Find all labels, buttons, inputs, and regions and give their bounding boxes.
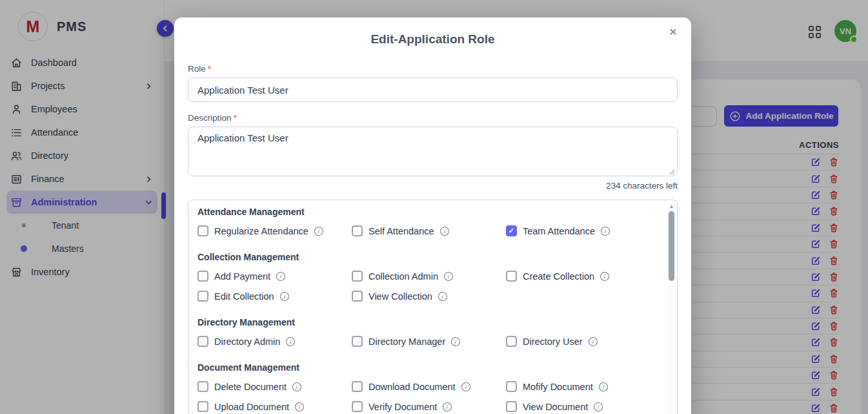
permission-item-directory-manager[interactable]: Directory Manager i xyxy=(352,336,506,347)
checkbox-icon[interactable] xyxy=(197,381,208,392)
permission-section: Attendance Management Regularize Attenda… xyxy=(197,207,660,245)
checkbox-icon[interactable] xyxy=(506,401,517,412)
checkbox-icon[interactable] xyxy=(352,401,363,412)
info-icon[interactable]: i xyxy=(600,226,611,236)
description-textarea[interactable]: Application Test User xyxy=(188,127,678,176)
permission-section-title: Collection Management xyxy=(197,252,660,262)
info-icon[interactable]: i xyxy=(442,402,452,412)
scrollbar-thumb[interactable] xyxy=(669,211,674,281)
permission-item-view-collection[interactable]: View Collection i xyxy=(352,291,506,302)
info-icon[interactable]: i xyxy=(438,291,448,302)
permission-label: Edit Collection xyxy=(214,291,274,302)
modal-title: Edit-Application Role xyxy=(174,17,691,47)
permission-label: Add Payment xyxy=(214,271,270,282)
permission-label: Directory Admin xyxy=(214,336,280,347)
checkbox-icon[interactable] xyxy=(352,225,363,236)
permissions-scrollbar[interactable]: ▲ ▼ xyxy=(667,202,676,414)
permission-item-verify-document[interactable]: Verify Document i xyxy=(352,401,506,412)
checkbox-icon[interactable] xyxy=(197,336,208,347)
permission-label: Self Attendance xyxy=(368,226,434,236)
info-icon[interactable]: i xyxy=(294,402,305,412)
permission-label: View Collection xyxy=(368,291,432,302)
permission-item-directory-user[interactable]: Directory User i xyxy=(506,336,660,347)
info-icon[interactable]: i xyxy=(450,336,461,347)
info-icon[interactable]: i xyxy=(285,336,296,347)
scroll-up-icon[interactable]: ▲ xyxy=(667,203,676,209)
info-icon[interactable]: i xyxy=(443,271,454,282)
permission-section-title: Attendance Management xyxy=(197,207,660,217)
checkbox-icon[interactable] xyxy=(352,336,363,347)
checkbox-icon[interactable] xyxy=(197,225,208,236)
characters-left-counter: 234 characters left xyxy=(188,181,678,191)
permission-item-self-attendance[interactable]: Self Attendance i xyxy=(352,225,506,236)
info-icon[interactable]: i xyxy=(593,402,603,412)
info-icon[interactable]: i xyxy=(461,382,471,392)
permission-label: View Document xyxy=(523,402,588,412)
checkbox-icon[interactable] xyxy=(197,271,208,282)
permission-section-title: Document Management xyxy=(197,362,660,373)
permission-label: Mofify Document xyxy=(523,382,593,392)
permission-label: Delete Document xyxy=(214,382,287,392)
info-icon[interactable]: i xyxy=(292,382,302,392)
permission-label: Directory User xyxy=(523,336,583,347)
permission-item-delete-document[interactable]: Delete Document i xyxy=(197,381,352,392)
permission-label: Directory Manager xyxy=(368,336,445,347)
permission-item-mofify-document[interactable]: Mofify Document i xyxy=(506,381,660,392)
permission-section: Collection Management Add Payment i Coll… xyxy=(197,252,660,311)
role-input[interactable] xyxy=(188,78,678,102)
checkbox-icon[interactable] xyxy=(352,291,363,302)
permission-label: Download Document xyxy=(368,382,456,392)
permission-item-edit-collection[interactable]: Edit Collection i xyxy=(197,291,352,302)
checkbox-icon[interactable] xyxy=(352,271,363,282)
permission-section: Document Management Delete Document i Do… xyxy=(197,362,660,414)
required-asterisk: * xyxy=(208,64,211,74)
permission-section: Directory Management Directory Admin i D… xyxy=(197,317,660,356)
required-asterisk: * xyxy=(234,113,237,123)
checkbox-checked-icon[interactable]: ✓ xyxy=(506,225,517,236)
info-icon[interactable]: i xyxy=(439,226,450,236)
permission-label: Regularize Attendance xyxy=(214,226,308,236)
permission-item-upload-document[interactable]: Upload Document i xyxy=(197,401,352,412)
permission-item-view-document[interactable]: View Document i xyxy=(506,401,660,412)
permission-item-create-collection[interactable]: Create Collection i xyxy=(506,271,660,282)
info-icon[interactable]: i xyxy=(276,271,286,282)
permission-item-team-attendance[interactable]: ✓ Team Attendance i xyxy=(506,225,660,236)
permission-label: Create Collection xyxy=(523,271,594,282)
checkbox-icon[interactable] xyxy=(352,381,363,392)
permissions-panel: Attendance Management Regularize Attenda… xyxy=(188,200,678,414)
permission-label: Verify Document xyxy=(368,402,437,412)
permission-section-title: Directory Management xyxy=(197,317,660,327)
description-label: Description* xyxy=(188,113,678,123)
permission-label: Team Attendance xyxy=(523,226,595,236)
role-label: Role* xyxy=(188,64,678,74)
checkbox-icon[interactable] xyxy=(506,381,517,392)
checkbox-icon[interactable] xyxy=(506,271,517,282)
app-screen: VN Add Application Role ACTIONS xyxy=(0,0,868,414)
permission-label: Upload Document xyxy=(214,402,289,412)
permission-item-download-document[interactable]: Download Document i xyxy=(352,381,506,392)
info-icon[interactable]: i xyxy=(314,226,324,236)
permission-item-add-payment[interactable]: Add Payment i xyxy=(197,271,352,282)
checkbox-icon[interactable] xyxy=(197,291,208,302)
checkbox-icon[interactable] xyxy=(197,401,208,412)
edit-application-role-modal: Edit-Application Role × Role* Descriptio… xyxy=(174,17,691,414)
info-icon[interactable]: i xyxy=(600,271,610,282)
close-icon[interactable]: × xyxy=(664,23,682,41)
permission-item-collection-admin[interactable]: Collection Admin i xyxy=(352,271,506,282)
permission-item-directory-admin[interactable]: Directory Admin i xyxy=(197,336,352,347)
info-icon[interactable]: i xyxy=(598,382,609,392)
info-icon[interactable]: i xyxy=(279,291,290,302)
permission-item-regularize-attendance[interactable]: Regularize Attendance i xyxy=(197,225,352,236)
checkbox-icon[interactable] xyxy=(506,336,517,347)
info-icon[interactable]: i xyxy=(588,336,598,347)
permission-label: Collection Admin xyxy=(368,271,438,282)
